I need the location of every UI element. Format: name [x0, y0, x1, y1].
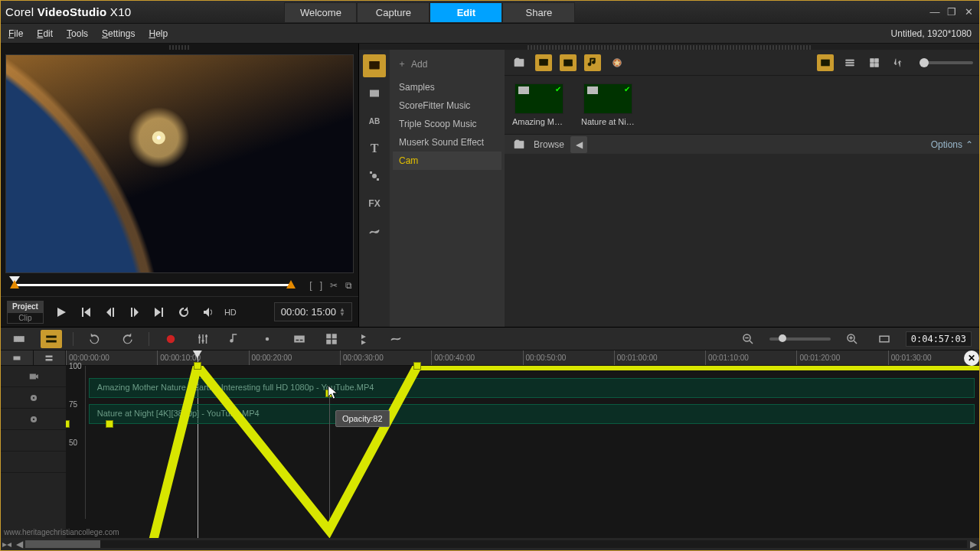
close-opacity-editor[interactable]: ✕	[964, 350, 979, 366]
mark-out-icon[interactable]: ]	[320, 280, 322, 291]
folder-scorefitter[interactable]: ScoreFitter Music	[393, 96, 501, 115]
drag-handle[interactable]	[528, 45, 811, 50]
folder-samples[interactable]: Samples	[393, 78, 501, 96]
tab-welcome[interactable]: Welcome	[284, 2, 357, 22]
title-tab[interactable]: T	[363, 137, 386, 160]
view-grid-icon[interactable]	[866, 54, 883, 71]
menu-edit[interactable]: Edit	[37, 28, 53, 39]
timeline-ruler[interactable]: 00:00:00:00 00:00:10:00 00:00:20:00 00:0…	[66, 350, 979, 366]
split-icon[interactable]: ⧉	[345, 280, 352, 291]
timeline-tracks[interactable]: 00:00:00:00 00:00:10:00 00:00:20:00 00:0…	[66, 350, 979, 538]
play-scope-toggle[interactable]: Project Clip	[7, 301, 44, 324]
preview-timecode[interactable]: 00:00: 15:00 ▲▼	[274, 302, 352, 321]
maximize-button[interactable]: ❐	[946, 6, 958, 18]
storyboard-view-button[interactable]	[8, 330, 30, 348]
volume-button[interactable]	[198, 302, 218, 322]
undo-button[interactable]	[84, 330, 106, 348]
zoom-out-button[interactable]	[737, 330, 759, 348]
preview-viewport[interactable]	[5, 54, 354, 273]
overlay-track-header[interactable]	[1, 387, 66, 409]
view-thumb-icon[interactable]	[817, 54, 834, 71]
step-fwd-button[interactable]	[125, 302, 145, 322]
browse-icon[interactable]	[511, 136, 528, 153]
folder-cam[interactable]: Cam	[393, 152, 501, 170]
tab-share[interactable]: Share	[502, 2, 575, 22]
step-back-button[interactable]	[100, 302, 120, 322]
folder-muserk[interactable]: Muserk Sound Effect	[393, 133, 501, 152]
media-tab[interactable]	[363, 54, 386, 77]
filter-video-icon[interactable]	[535, 54, 552, 71]
thumb-size-slider[interactable]	[920, 61, 973, 64]
menu-file[interactable]: File	[8, 28, 23, 39]
zoom-in-button[interactable]	[841, 330, 863, 348]
play-button[interactable]	[51, 302, 71, 322]
go-end-button[interactable]	[149, 302, 169, 322]
mark-in-icon[interactable]: [	[309, 280, 312, 291]
sort-icon[interactable]	[890, 54, 907, 71]
video-track-header[interactable]	[1, 366, 66, 387]
repeat-button[interactable]	[174, 302, 194, 322]
toggle-track-height[interactable]: ▸◂	[1, 538, 13, 550]
drag-handle[interactable]	[169, 45, 190, 50]
filter-free-icon[interactable]	[609, 54, 626, 71]
filter-audio-icon[interactable]	[584, 54, 601, 71]
redo-button[interactable]	[116, 330, 138, 348]
keyframe-node[interactable]	[106, 420, 113, 428]
scroll-left-button[interactable]: ◀	[13, 538, 25, 550]
close-button[interactable]: ✕	[962, 6, 975, 18]
keyframe-node[interactable]	[413, 362, 421, 370]
options-toggle[interactable]: Options⌃	[931, 139, 973, 150]
import-icon[interactable]	[511, 54, 528, 71]
audio-mixer-button[interactable]	[192, 330, 214, 348]
filter-tab[interactable]: FX	[363, 192, 386, 215]
pan-zoom-button[interactable]	[385, 330, 407, 348]
transition-tab[interactable]: AB	[363, 109, 386, 132]
tab-edit[interactable]: Edit	[430, 2, 502, 22]
toggle-all-tracks-b[interactable]	[34, 350, 67, 365]
title-track-header[interactable]	[1, 430, 66, 452]
opacity-curve[interactable]	[66, 366, 979, 538]
folder-triplescoop[interactable]: Triple Scoop Music	[393, 115, 501, 133]
timeline-view-button[interactable]	[41, 330, 62, 348]
filter-photo-icon[interactable]	[560, 54, 577, 71]
menu-tools[interactable]: Tools	[67, 28, 88, 39]
collapse-sidebar-icon[interactable]: ◀	[570, 136, 587, 153]
timeline-timecode[interactable]: 0:04:57:03	[906, 331, 972, 347]
graphic-tab[interactable]	[363, 165, 386, 187]
motion-track-button[interactable]	[256, 330, 278, 348]
trim-in-handle[interactable]	[10, 280, 19, 289]
scroll-right-button[interactable]: ▶	[967, 538, 979, 550]
overlay2-track-header[interactable]	[1, 409, 66, 430]
menu-settings[interactable]: Settings	[102, 28, 135, 39]
cut-icon[interactable]: ✂	[330, 280, 338, 291]
tab-capture[interactable]: Capture	[357, 2, 430, 22]
keyframe-node[interactable]	[66, 420, 70, 428]
multi-cam-button[interactable]	[321, 330, 342, 348]
browse-label[interactable]: Browse	[534, 139, 564, 150]
timeline-zoom-slider[interactable]	[769, 337, 831, 341]
add-folder-button[interactable]: ＋ Add	[393, 54, 501, 78]
opacity-editor[interactable]: 100 75 50 Amazing Mother Nature - Earth …	[66, 366, 979, 519]
record-button[interactable]	[160, 330, 181, 348]
thumb-item[interactable]: Amazing Mother ...	[512, 83, 566, 126]
toggle-all-tracks-a[interactable]	[1, 350, 34, 365]
timeline-hscroll[interactable]: ▸◂ ◀ ▶	[1, 538, 979, 550]
go-start-button[interactable]	[76, 302, 96, 322]
fit-project-button[interactable]	[874, 330, 895, 348]
minimize-button[interactable]: —	[929, 6, 941, 18]
timecode-spinner[interactable]: ▲▼	[339, 308, 345, 317]
voice-track-header[interactable]	[1, 452, 66, 473]
auto-music-button[interactable]	[224, 330, 246, 348]
trim-out-handle[interactable]	[286, 280, 296, 289]
instant-project-tab[interactable]	[363, 82, 386, 105]
path-tab[interactable]	[363, 220, 386, 243]
scrollbar-thumb[interactable]	[25, 540, 100, 548]
menu-help[interactable]: Help	[149, 28, 168, 39]
keyframe-node[interactable]	[194, 362, 201, 370]
view-list-icon[interactable]	[841, 54, 858, 71]
preview-scrubber[interactable]	[13, 278, 292, 293]
subtitle-button[interactable]	[289, 330, 310, 348]
thumb-item[interactable]: Nature at Night [...	[581, 83, 635, 126]
time-remap-button[interactable]	[353, 330, 374, 348]
hd-indicator[interactable]: HD	[224, 308, 237, 317]
